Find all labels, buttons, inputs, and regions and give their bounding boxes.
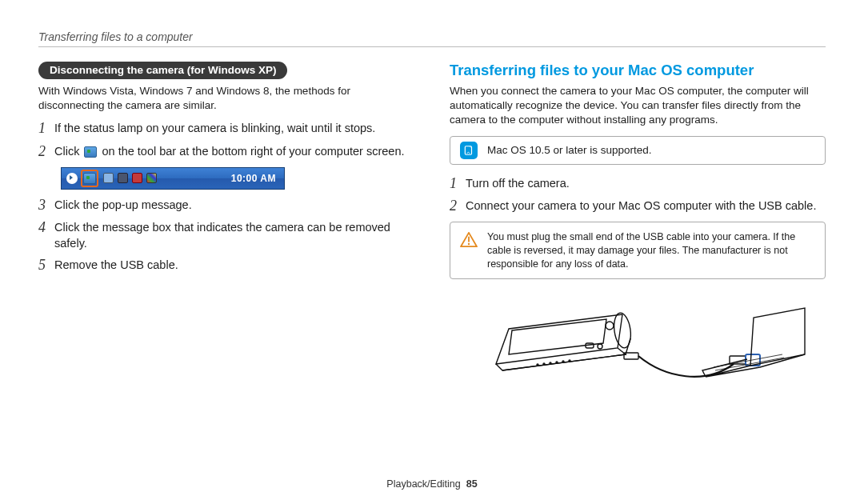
warning-box: You must plug the small end of the USB c… [450,222,826,280]
list-item: 2 Click on the tool bar at the bottom ri… [38,144,414,161]
list-item: 2 Connect your camera to your Mac OS com… [450,198,826,215]
svg-point-7 [537,364,538,366]
step-number: 2 [450,198,466,215]
svg-point-10 [556,362,558,363]
taskbar-clock: 10:00 AM [231,173,276,184]
step-number: 1 [38,120,54,138]
camera-to-laptop-illustration [450,290,826,394]
left-steps-list: 1 If the status lamp on your camera is b… [38,121,414,160]
svg-point-2 [468,243,470,245]
step-number: 3 [38,197,54,214]
tray-expand-arrow-icon [66,173,78,184]
manual-page: Transferring files to a computer Disconn… [0,0,864,504]
safely-remove-hardware-icon [84,146,97,158]
list-item: 4 Click the message box that indicates t… [38,220,414,251]
tray-icons-group [103,173,157,183]
step-number: 5 [38,257,54,274]
left-column: Disconnecting the camera (for Windows XP… [38,62,414,488]
right-steps-list: 1 Turn off the camera. 2 Connect your ca… [450,176,826,215]
step-text: Remove the USB cable. [54,258,178,274]
list-item: 1 If the status lamp on your camera is b… [38,121,414,138]
page-header: Transferring files to a computer [38,30,826,62]
step-text-part: Click [54,145,79,158]
subsection-pill: Disconnecting the camera (for Windows XP… [38,62,287,79]
footer-section: Playback/Editing [386,478,460,490]
running-head: Transferring files to a computer [38,30,826,43]
header-rule [38,46,826,47]
list-item: 5 Remove the USB cable. [38,258,414,274]
tray-volume-icon [132,173,142,183]
section-title: Transferring files to your Mac OS comput… [450,62,826,79]
info-note-icon [460,142,478,159]
footer-page-number: 85 [466,478,478,490]
svg-point-4 [606,322,614,330]
right-column: Transferring files to your Mac OS comput… [450,62,826,488]
svg-point-9 [550,362,551,364]
content-columns: Disconnecting the camera (for Windows XP… [38,62,826,488]
step-text: Click the pop-up message. [54,198,192,214]
step-text: Click the message box that indicates the… [54,220,414,251]
step-text: If the status lamp on your camera is bli… [54,121,375,137]
safely-remove-hardware-icon [83,173,96,184]
warning-triangle-icon [460,232,478,248]
step-text: Click on the tool bar at the bottom righ… [54,144,405,160]
svg-point-12 [569,360,570,362]
page-footer: Playback/Editing 85 [0,478,864,490]
step-text: Connect your camera to your Mac OS compu… [466,198,816,214]
list-item: 1 Turn off the camera. [450,176,826,193]
windows-xp-taskbar: 10:00 AM [61,167,285,190]
info-note-text: Mac OS 10.5 or later is supported. [487,144,652,156]
highlighted-tray-item [81,170,98,187]
step-number: 4 [38,219,54,237]
step-text-part: on the tool bar at the bottom right of y… [102,145,404,158]
tray-network-icon [103,173,114,183]
left-intro-text: With Windows Vista, Windows 7 and Window… [38,84,414,113]
list-item: 3 Click the pop-up message. [38,198,414,214]
step-text: Turn off the camera. [466,176,570,192]
tray-shield-icon [146,173,157,183]
left-steps-list-continued: 3 Click the pop-up message. 4 Click the … [38,198,414,274]
step-number: 2 [38,143,54,161]
warning-text: You must plug the small end of the USB c… [487,230,815,271]
right-intro-text: When you connect the camera to your Mac … [450,84,826,128]
info-note-box: Mac OS 10.5 or later is supported. [450,136,826,165]
tray-display-icon [118,173,128,183]
svg-point-5 [598,344,602,349]
step-number: 1 [450,175,466,193]
svg-point-11 [562,361,564,362]
svg-point-8 [543,363,545,365]
